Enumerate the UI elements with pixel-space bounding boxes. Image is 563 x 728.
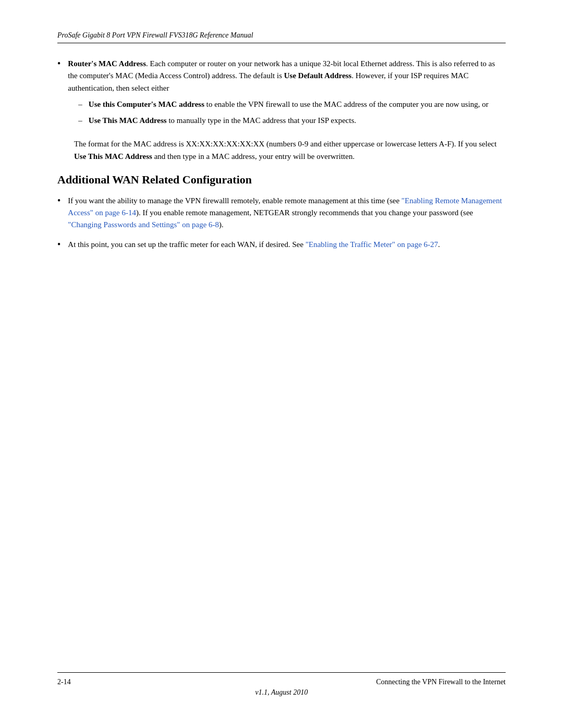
sub-item-this-computer-mac: – Use this Computer's MAC address to ena… xyxy=(68,98,506,110)
traffic-meter-text1: At this point, you can set up the traffi… xyxy=(68,240,305,249)
bullet-item-traffic-meter: • At this point, you can set up the traf… xyxy=(57,239,506,252)
footer-version: v1.1, August 2010 xyxy=(255,688,308,697)
bullet-dot-3: • xyxy=(57,238,60,252)
mac-format-paragraph: The format for the MAC address is XX:XX:… xyxy=(57,138,506,163)
link-traffic-meter[interactable]: "Enabling the Traffic Meter" on page 6-2… xyxy=(305,240,438,249)
link-passwords[interactable]: "Changing Passwords and Settings" on pag… xyxy=(68,220,219,229)
sub-text-this-computer: Use this Computer's MAC address to enabl… xyxy=(89,98,506,110)
bullet-mac-address-text: Router's MAC Address. Each computer or r… xyxy=(68,58,506,131)
bullet-item-mac-address: • Router's MAC Address. Each computer or… xyxy=(57,58,506,131)
use-computer-mac-label: Use this Computer's MAC address xyxy=(89,100,204,108)
page-footer: 2-14 Connecting the VPN Firewall to the … xyxy=(57,672,506,697)
bullet-remote-mgmt-text: If you want the ability to manage the VP… xyxy=(68,195,506,231)
top-bullet-list: • Router's MAC Address. Each computer or… xyxy=(57,58,506,131)
bullet-item-remote-mgmt: • If you want the ability to manage the … xyxy=(57,195,506,231)
page-header: ProSafe Gigabit 8 Port VPN Firewall FVS3… xyxy=(57,31,506,43)
bullet-traffic-meter-text: At this point, you can set up the traffi… xyxy=(68,239,506,251)
remote-mgmt-text2: ). If you enable remote management, NETG… xyxy=(136,208,473,217)
bullet-dot-2: • xyxy=(57,194,60,208)
use-this-mac-bold: Use This MAC Address xyxy=(74,152,152,161)
sub-dash-1: – xyxy=(78,98,82,110)
header-divider xyxy=(57,43,506,43)
bullet-dot-1: • xyxy=(57,57,60,71)
use-this-mac-label: Use This MAC Address xyxy=(89,116,167,125)
footer-page-number: 2-14 xyxy=(57,678,71,686)
mac-format-text1: The format for the MAC address is XX:XX:… xyxy=(74,140,497,148)
remote-mgmt-text3: ). xyxy=(219,220,224,229)
footer-row: 2-14 Connecting the VPN Firewall to the … xyxy=(57,678,506,686)
header-title: ProSafe Gigabit 8 Port VPN Firewall FVS3… xyxy=(57,31,506,40)
sub-dash-2: – xyxy=(78,115,82,127)
mac-sub-list: – Use this Computer's MAC address to ena… xyxy=(68,98,506,127)
section-heading-wan: Additional WAN Related Configuration xyxy=(57,173,506,187)
remote-mgmt-text1: If you want the ability to manage the VP… xyxy=(68,196,401,205)
page: ProSafe Gigabit 8 Port VPN Firewall FVS3… xyxy=(0,0,563,728)
wan-bullet-list: • If you want the ability to manage the … xyxy=(57,195,506,252)
sub-text-this-mac: Use This MAC Address to manually type in… xyxy=(89,115,506,127)
footer-right-text: Connecting the VPN Firewall to the Inter… xyxy=(376,678,506,686)
sub-item-this-mac: – Use This MAC Address to manually type … xyxy=(68,115,506,127)
mac-address-label: Router's MAC Address xyxy=(68,59,146,68)
mac-format-text2: and then type in a MAC address, your ent… xyxy=(152,152,354,161)
page-content: • Router's MAC Address. Each computer or… xyxy=(57,53,506,672)
traffic-meter-text2: . xyxy=(438,240,440,249)
use-default-address-label: Use Default Address xyxy=(284,71,352,80)
